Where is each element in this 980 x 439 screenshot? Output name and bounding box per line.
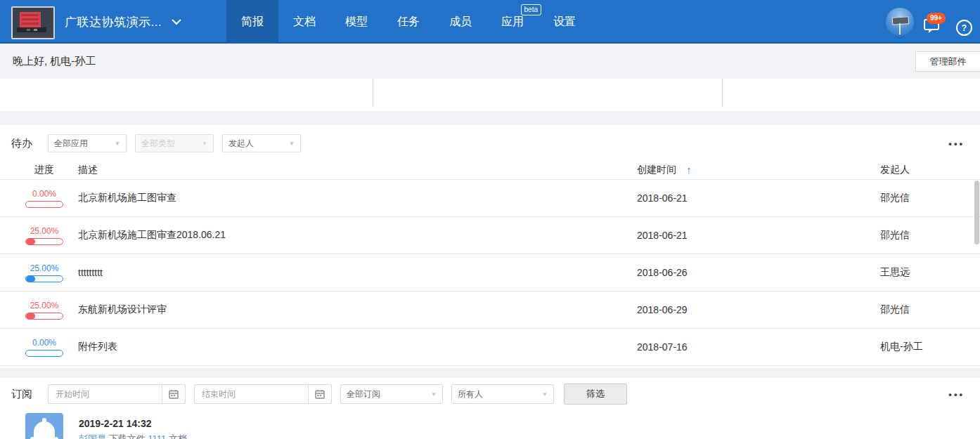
task-description[interactable]: 北京新机场施工图审查2018.06.21 [78, 229, 637, 242]
task-description[interactable]: 北京新机场施工图审查 [78, 192, 637, 204]
todo-title: 待办 [11, 137, 32, 150]
task-description[interactable]: 附件列表 [78, 341, 637, 353]
message-count-badge: 99+ [927, 13, 946, 24]
vertical-scrollbar[interactable] [974, 181, 979, 244]
card-divider [373, 79, 373, 107]
filter-initiator[interactable]: 发起人▼ [222, 134, 301, 152]
filter-all-subscriptions[interactable]: 全部订阅▼ [340, 384, 443, 404]
progress-indicator: 25.00% [25, 263, 63, 282]
start-date-input[interactable] [49, 385, 162, 403]
tab-documents[interactable]: 文档 [278, 0, 330, 44]
greeting-bar: 晚上好, 机电-孙工 [0, 44, 980, 79]
progress-bar [25, 238, 63, 245]
calendar-icon[interactable] [308, 385, 331, 403]
table-row[interactable]: 25.00% ttttttttt 2018-06-26 王思远 [0, 254, 980, 291]
col-initiator: 发起人 [870, 164, 980, 176]
tab-settings[interactable]: 设置 [539, 0, 591, 44]
calendar-icon[interactable] [162, 385, 185, 403]
progress-indicator: 25.00% [25, 226, 63, 245]
progress-bar [25, 201, 63, 208]
task-created: 2018-06-26 [637, 267, 870, 278]
table-row[interactable]: 0.00% 北京新机场施工图审查 2018-06-21 邵光信 [0, 180, 980, 217]
progress-bar [25, 350, 63, 357]
avatar-photo [892, 16, 910, 25]
task-created: 2018-07-16 [637, 341, 870, 353]
feed-user-avatar[interactable] [25, 413, 63, 439]
top-navbar: 广联达协筑演示... 简报 文档 模型 任务 成员 应用 beta 设置 99+… [0, 0, 980, 44]
chevron-down-icon: ▼ [202, 140, 207, 147]
col-created: 创建时间 [637, 164, 676, 176]
subscription-header: 订阅 全部订阅▼ 所有人▼ 筛选 ••• [0, 378, 980, 410]
todo-more-menu[interactable]: ••• [948, 138, 969, 149]
tab-models[interactable]: 模型 [330, 0, 382, 44]
project-name[interactable]: 广联达协筑演示... [65, 0, 162, 44]
feed-link[interactable]: 1111 [148, 433, 169, 439]
progress-bar [25, 275, 63, 282]
progress-indicator: 0.00% [25, 189, 63, 208]
filter-everyone[interactable]: 所有人▼ [451, 384, 554, 404]
task-initiator: 邵光信 [870, 229, 980, 242]
task-created: 2018-06-21 [637, 230, 870, 241]
task-initiator: 机电-孙工 [870, 341, 980, 353]
todo-panel: 待办 全部应用▼ 全部类型▼ 发起人▼ ••• 进度 描述 创建时间 ↑ 发起人… [0, 125, 980, 368]
progress-indicator: 0.00% [25, 338, 63, 357]
feed-text: 文档 [169, 433, 187, 439]
start-date-field[interactable] [48, 384, 186, 404]
chevron-down-icon[interactable] [172, 0, 181, 44]
project-logo[interactable] [11, 6, 55, 39]
feed-timestamp: 2019-2-21 14:32 [79, 418, 152, 429]
subscription-title: 订阅 [11, 388, 32, 401]
tab-tasks[interactable]: 任务 [382, 0, 434, 44]
stat-cards-strip [0, 79, 980, 111]
todo-table-header: 进度 描述 创建时间 ↑ 发起人 [0, 160, 980, 180]
filter-button[interactable]: 筛选 [564, 384, 627, 405]
task-description[interactable]: 东航新机场设计评审 [78, 303, 637, 316]
col-progress: 进度 [25, 164, 63, 176]
todo-header: 待办 全部应用▼ 全部类型▼ 发起人▼ ••• [0, 125, 980, 160]
chevron-down-icon: ▼ [289, 140, 295, 147]
task-initiator: 王思远 [870, 266, 980, 279]
task-created: 2018-06-21 [637, 192, 870, 204]
filter-all-apps[interactable]: 全部应用▼ [48, 134, 127, 152]
manage-parts-button[interactable]: 管理部件 [915, 51, 980, 72]
help-icon[interactable]: ? [956, 20, 972, 36]
task-initiator: 邵光信 [870, 192, 980, 204]
end-date-input[interactable] [195, 385, 308, 403]
feed-text: 下载文件 [109, 433, 148, 439]
subscription-more-menu[interactable]: ••• [948, 389, 969, 400]
chevron-down-icon: ▼ [115, 140, 120, 147]
feed-link[interactable]: 彭国昌 [79, 433, 109, 439]
task-created: 2018-06-29 [637, 304, 870, 315]
filter-all-types[interactable]: 全部类型▼ [135, 134, 214, 152]
col-description: 描述 [78, 164, 637, 176]
greeting-text: 晚上好, 机电-孙工 [13, 44, 96, 79]
tab-apps[interactable]: 应用 beta [486, 0, 539, 44]
table-row[interactable]: 25.00% 东航新机场设计评审 2018-06-29 邵光信 [0, 291, 980, 329]
tab-briefing[interactable]: 简报 [226, 0, 278, 44]
progress-indicator: 25.00% [25, 301, 63, 320]
feed-line: 彭国昌 下载文件 1111 文档 [79, 433, 187, 439]
task-initiator: 邵光信 [870, 303, 980, 316]
app-window: 广联达协筑演示... 简报 文档 模型 任务 成员 应用 beta 设置 99+… [0, 0, 980, 439]
subscription-panel: 订阅 全部订阅▼ 所有人▼ 筛选 ••• [0, 378, 980, 439]
end-date-field[interactable] [194, 384, 332, 404]
task-description[interactable]: ttttttttt [78, 267, 637, 278]
nav-tabs: 简报 文档 模型 任务 成员 应用 beta 设置 [226, 0, 591, 44]
table-row[interactable]: 0.00% 附件列表 2018-07-16 机电-孙工 [0, 329, 980, 366]
progress-bar [25, 313, 63, 320]
card-divider [722, 79, 723, 107]
chevron-down-icon: ▼ [542, 391, 548, 398]
tab-members[interactable]: 成员 [434, 0, 486, 44]
chevron-down-icon: ▼ [431, 391, 437, 398]
sort-ascending-icon[interactable]: ↑ [686, 164, 692, 176]
user-avatar[interactable] [886, 8, 914, 36]
table-row[interactable]: 25.00% 北京新机场施工图审查2018.06.21 2018-06-21 邵… [0, 217, 980, 254]
